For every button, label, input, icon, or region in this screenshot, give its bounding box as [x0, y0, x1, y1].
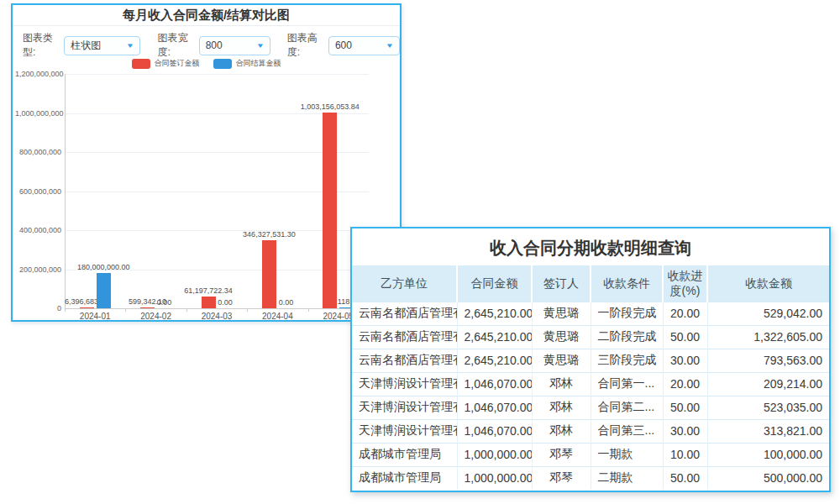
- bar-合同签订金额: [80, 307, 94, 308]
- y-axis-tick-label: 200,000,000: [15, 265, 61, 274]
- party-b-link[interactable]: 天津博润设计管理有限公司: [352, 396, 457, 419]
- condition-cell: 合同第一...: [591, 372, 663, 396]
- contract-amount-cell: 2,645,210.00: [457, 302, 532, 325]
- condition-cell: 合同第三...: [591, 419, 663, 443]
- gridline: [65, 74, 369, 75]
- table-row: 成都城市管理局1,000,000.00邓琴一期款10.00100,000.00: [352, 443, 829, 466]
- x-axis-tick: [125, 308, 126, 312]
- installments-table: 乙方单位合同金额签订人收款条件收款进度(%)收款金额 云南名都酒店管理有限公司2…: [352, 265, 829, 490]
- amount-cell: 500,000.00: [707, 466, 829, 490]
- table-row: 天津博润设计管理有限公司1,046,070.00邓林合同第一...20.0020…: [352, 372, 829, 396]
- signer-cell: 黄思璐: [532, 325, 591, 349]
- amount-cell: 523,035.00: [707, 396, 829, 419]
- bar-value-label: 61,197,722.34: [184, 286, 233, 295]
- contract-amount-cell: 1,046,070.00: [457, 419, 532, 443]
- table-row: 天津博润设计管理有限公司1,046,070.00邓林合同第二...50.0052…: [352, 396, 829, 419]
- amount-cell: 209,214.00: [707, 372, 829, 396]
- bar-value-label: 1,003,156,053.84: [301, 102, 360, 111]
- x-axis-category-label: 2024-05: [323, 312, 354, 321]
- x-axis-category-label: 2024-02: [140, 312, 171, 321]
- condition-cell: 三阶段完成: [591, 349, 663, 372]
- condition-cell: 二期款: [591, 466, 663, 490]
- party-b-link[interactable]: 成都城市管理局: [352, 443, 457, 466]
- query-table-panel: 收入合同分期收款明细查询 乙方单位合同金额签订人收款条件收款进度(%)收款金额 …: [350, 227, 831, 492]
- contract-amount-cell: 1,046,070.00: [457, 372, 532, 396]
- party-b-link[interactable]: 天津博润设计管理有限公司: [352, 372, 457, 396]
- party-b-link[interactable]: 云南名都酒店管理有限公司: [352, 349, 457, 372]
- x-axis-category-label: 2024-03: [202, 312, 233, 321]
- progress-cell: 30.00: [663, 419, 707, 443]
- progress-cell: 50.00: [663, 396, 707, 419]
- progress-cell: 10.00: [663, 443, 707, 466]
- column-header[interactable]: 签订人: [532, 265, 591, 302]
- progress-cell: 20.00: [663, 302, 707, 325]
- signer-cell: 邓琴: [532, 466, 591, 490]
- column-header[interactable]: 收款进度(%): [663, 265, 707, 302]
- bar-合同签订金额: [262, 240, 276, 308]
- signer-cell: 邓林: [532, 372, 591, 396]
- bar-合同结算金额: [97, 273, 111, 308]
- y-axis-tick-label: 600,000,000: [15, 187, 61, 196]
- signer-cell: 黄思璐: [532, 349, 591, 372]
- amount-cell: 793,563.00: [707, 349, 829, 372]
- amount-cell: 1,322,605.00: [707, 325, 829, 349]
- party-b-link[interactable]: 成都城市管理局: [352, 466, 457, 490]
- party-b-link[interactable]: 云南名都酒店管理有限公司: [352, 325, 457, 349]
- progress-cell: 50.00: [663, 325, 707, 349]
- y-axis-tick-label: 1,200,000,000: [15, 70, 61, 78]
- y-axis: [65, 74, 66, 308]
- contract-amount-cell: 1,046,070.00: [457, 396, 532, 419]
- party-b-link[interactable]: 天津博润设计管理有限公司: [352, 419, 457, 443]
- column-header[interactable]: 收款金额: [707, 265, 829, 302]
- table-row: 云南名都酒店管理有限公司2,645,210.00黄思璐三阶段完成30.00793…: [352, 349, 829, 372]
- contract-amount-cell: 1,000,000.00: [457, 466, 532, 490]
- table-title: 收入合同分期收款明细查询: [352, 228, 829, 265]
- progress-cell: 20.00: [663, 372, 707, 396]
- bar-合同签订金额: [140, 307, 155, 308]
- bar-value-label: 346,327,531.30: [243, 230, 296, 239]
- y-axis-tick-label: 400,000,000: [15, 226, 61, 234]
- signer-cell: 邓林: [532, 419, 591, 443]
- x-axis-category-label: 2024-01: [80, 312, 111, 321]
- column-header[interactable]: 乙方单位: [352, 265, 457, 302]
- contract-amount-cell: 2,645,210.00: [457, 325, 532, 349]
- condition-cell: 一阶段完成: [591, 302, 663, 325]
- y-axis-tick-label: 0: [15, 304, 61, 312]
- x-axis-tick: [308, 308, 309, 312]
- signer-cell: 黄思璐: [532, 302, 591, 325]
- table-row: 云南名都酒店管理有限公司2,645,210.00黄思璐二阶段完成50.001,3…: [352, 325, 829, 349]
- chart-panel: 每月收入合同金额/结算对比图 图表类型:柱状图▼图表宽度:800▼图表高度:60…: [11, 3, 402, 322]
- progress-cell: 30.00: [663, 349, 707, 372]
- party-b-link[interactable]: 云南名都酒店管理有限公司: [352, 302, 457, 325]
- table-body: 云南名都酒店管理有限公司2,645,210.00黄思璐一阶段完成20.00529…: [352, 302, 829, 490]
- table-row: 成都城市管理局1,000,000.00邓琴二期款50.00500,000.00: [352, 466, 829, 490]
- x-axis-tick: [65, 308, 66, 312]
- bar-合同签订金额: [202, 297, 216, 308]
- bar-value-label: 0.00: [218, 298, 233, 307]
- x-axis-category-label: 2024-04: [262, 312, 293, 321]
- bar-chart: 1,200,000,0001,000,000,000800,000,000600…: [13, 5, 400, 320]
- table-row: 云南名都酒店管理有限公司2,645,210.00黄思璐一阶段完成20.00529…: [352, 302, 829, 325]
- x-axis-tick: [186, 308, 187, 312]
- column-header[interactable]: 收款条件: [591, 265, 663, 302]
- amount-cell: 529,042.00: [707, 302, 829, 325]
- signer-cell: 邓琴: [532, 443, 591, 466]
- amount-cell: 313,821.00: [707, 419, 829, 443]
- bar-value-label: 0.00: [279, 298, 294, 307]
- condition-cell: 合同第二...: [591, 396, 663, 419]
- y-axis-tick-label: 1,000,000,000: [15, 109, 61, 118]
- contract-amount-cell: 2,645,210.00: [457, 349, 532, 372]
- bar-value-label: 180,000,000.00: [77, 263, 130, 271]
- condition-cell: 一期款: [591, 443, 663, 466]
- table-row: 天津博润设计管理有限公司1,046,070.00邓林合同第三...30.0031…: [352, 419, 829, 443]
- column-header[interactable]: 合同金额: [457, 265, 532, 302]
- x-axis-tick: [247, 308, 248, 312]
- y-axis-tick-label: 800,000,000: [15, 148, 61, 156]
- signer-cell: 邓林: [532, 396, 591, 419]
- x-axis: [65, 308, 369, 309]
- contract-amount-cell: 1,000,000.00: [457, 443, 532, 466]
- progress-cell: 50.00: [663, 466, 707, 490]
- amount-cell: 100,000.00: [707, 443, 829, 466]
- bar-合同签订金额: [323, 113, 337, 308]
- condition-cell: 二阶段完成: [591, 325, 663, 349]
